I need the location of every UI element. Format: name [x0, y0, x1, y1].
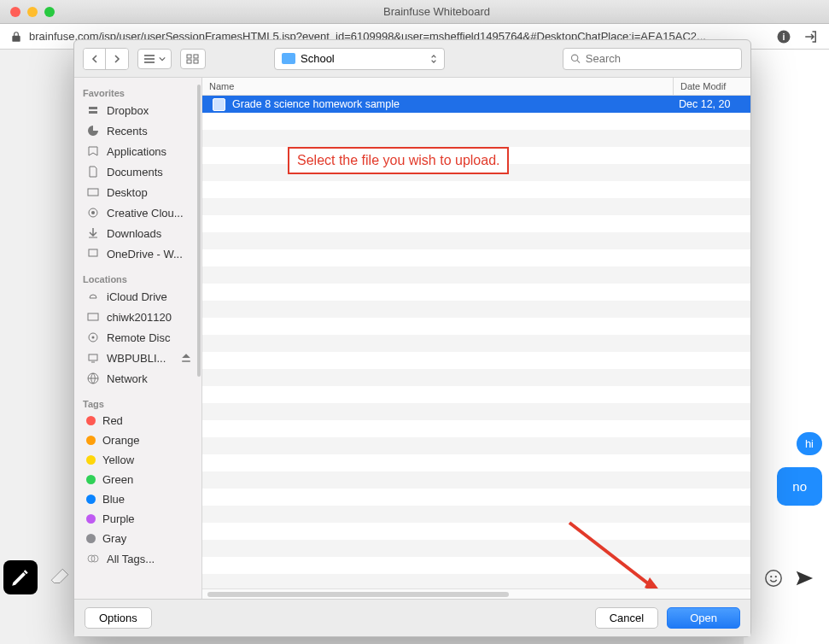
eraser-tool[interactable] — [43, 560, 77, 594]
empty-row — [202, 284, 750, 301]
info-icon[interactable]: i — [776, 29, 791, 44]
sidebar-favorite-5[interactable]: Creative Clou... — [74, 202, 201, 223]
svg-rect-5 — [187, 55, 191, 58]
favorite-label: Documents — [107, 166, 163, 179]
svg-rect-14 — [89, 249, 97, 256]
sidebar-favorite-2[interactable]: Applications — [74, 141, 201, 161]
emoji-icon[interactable] — [764, 569, 783, 588]
chat-sidebar: hi no — [744, 50, 829, 644]
tag-dot-icon — [86, 436, 96, 445]
location-dropdown[interactable]: School — [274, 48, 445, 70]
dialog-toolbar: School — [74, 40, 750, 78]
location-label: WBPUBLI... — [107, 352, 166, 365]
close-window-button[interactable] — [10, 7, 20, 17]
file-row[interactable]: Grade 8 science homework sampleDec 12, 2… — [202, 96, 750, 113]
svg-rect-6 — [194, 55, 198, 58]
sidebar-favorite-1[interactable]: Recents — [74, 120, 201, 141]
svg-rect-18 — [89, 354, 97, 360]
eject-icon[interactable] — [179, 351, 193, 365]
empty-row — [202, 523, 750, 540]
column-date[interactable]: Date Modif — [674, 78, 750, 95]
svg-point-2 — [766, 571, 781, 586]
search-input[interactable] — [586, 52, 734, 65]
sidebar-all-tags[interactable]: All Tags... — [74, 548, 201, 569]
search-icon — [570, 53, 581, 64]
favorite-label: OneDrive - W... — [107, 248, 183, 261]
group-button[interactable] — [180, 49, 206, 69]
open-button[interactable]: Open — [667, 607, 740, 629]
maximize-window-button[interactable] — [44, 7, 55, 17]
tag-label: Blue — [102, 493, 125, 506]
tag-label: Red — [102, 414, 123, 427]
sidebar-tag-gray[interactable]: Gray — [74, 529, 201, 548]
favorite-icon — [86, 206, 100, 220]
search-box[interactable] — [563, 48, 742, 70]
empty-row — [202, 369, 750, 386]
sidebar-favorite-4[interactable]: Desktop — [74, 182, 201, 202]
sidebar-location-2[interactable]: Remote Disc — [74, 327, 201, 348]
favorite-icon — [86, 165, 100, 179]
svg-line-10 — [577, 61, 580, 63]
file-pane: Name Date Modif Grade 8 science homework… — [202, 78, 750, 599]
options-button[interactable]: Options — [85, 607, 152, 629]
minimize-window-button[interactable] — [27, 7, 38, 17]
chat-message-hi: hi — [797, 432, 822, 455]
sidebar-location-0[interactable]: iCloud Drive — [74, 286, 201, 307]
sidebar-tag-blue[interactable]: Blue — [74, 489, 201, 509]
sidebar-favorite-3[interactable]: Documents — [74, 161, 201, 182]
browser-titlebar: Brainfuse Whiteboard — [0, 0, 829, 24]
window-title: Brainfuse Whiteboard — [55, 5, 819, 18]
empty-row — [202, 574, 750, 588]
exit-icon[interactable] — [803, 29, 819, 44]
tag-dot-icon — [86, 455, 96, 465]
view-mode-switch[interactable] — [137, 49, 172, 69]
chevron-down-icon — [159, 56, 166, 62]
updown-icon — [430, 55, 437, 63]
tag-label: Orange — [102, 434, 139, 447]
favorite-icon — [86, 185, 100, 199]
lock-icon — [10, 31, 22, 43]
column-name[interactable]: Name — [202, 78, 674, 95]
sidebar-tag-purple[interactable]: Purple — [74, 509, 201, 529]
favorite-icon — [86, 124, 100, 138]
sidebar-tag-green[interactable]: Green — [74, 470, 201, 489]
sidebar-tag-red[interactable]: Red — [74, 411, 201, 430]
list-view-icon — [143, 54, 155, 64]
sidebar-tag-yellow[interactable]: Yellow — [74, 450, 201, 470]
sidebar-location-1[interactable]: chiwk201120 — [74, 307, 201, 327]
file-list[interactable]: Grade 8 science homework sampleDec 12, 2… — [202, 96, 750, 588]
sidebar-favorite-7[interactable]: OneDrive - W... — [74, 243, 201, 264]
cancel-button[interactable]: Cancel — [595, 607, 658, 629]
sidebar-favorite-6[interactable]: Downloads — [74, 223, 201, 243]
empty-row — [202, 386, 750, 403]
empty-row — [202, 489, 750, 506]
favorite-icon — [86, 144, 100, 158]
tag-label: Purple — [102, 512, 135, 525]
location-icon — [86, 372, 100, 385]
favorite-label: Downloads — [107, 227, 161, 240]
sidebar-favorite-0[interactable]: Dropbox — [74, 100, 201, 120]
forward-button[interactable] — [106, 49, 128, 69]
chat-message-no: no — [777, 467, 822, 506]
favorite-icon — [86, 247, 100, 261]
svg-rect-11 — [88, 189, 98, 196]
tag-dot-icon — [86, 514, 96, 524]
column-headers[interactable]: Name Date Modif — [202, 78, 750, 96]
location-icon — [86, 331, 100, 344]
back-button[interactable] — [84, 49, 106, 69]
sidebar-tag-orange[interactable]: Orange — [74, 430, 201, 450]
horizontal-scrollbar[interactable] — [202, 588, 750, 599]
sidebar-location-3[interactable]: WBPUBLI... — [74, 348, 201, 368]
empty-row — [202, 113, 750, 130]
send-icon[interactable] — [795, 569, 814, 588]
sidebar-location-4[interactable]: Network — [74, 368, 201, 389]
svg-point-4 — [775, 576, 777, 577]
empty-row — [202, 454, 750, 471]
empty-row — [202, 540, 750, 557]
dialog-footer: Options Cancel Open — [74, 599, 750, 636]
file-open-dialog: School Favorites DropboxRecentsApplicati… — [73, 39, 751, 637]
location-icon — [86, 351, 100, 365]
folder-icon — [282, 53, 295, 64]
pen-tool[interactable] — [3, 560, 38, 594]
svg-text:i: i — [783, 31, 785, 41]
